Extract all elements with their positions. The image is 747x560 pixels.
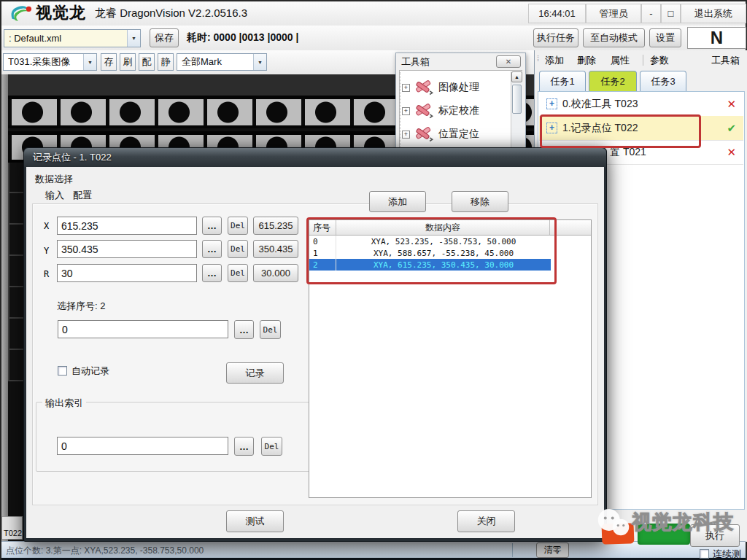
r-result-box: 30.000 — [253, 264, 298, 282]
maximize-button[interactable]: □ — [661, 4, 681, 23]
output-index-input[interactable] — [57, 437, 228, 455]
scroll-up-icon[interactable]: ▲ — [511, 71, 522, 82]
browse-x-button[interactable]: … — [202, 217, 222, 235]
tab-input[interactable]: 输入 — [45, 189, 64, 202]
menu-properties[interactable]: 属性 — [611, 50, 630, 70]
drag-handle-icon: ⁞ — [537, 54, 538, 63]
tab-task3[interactable]: 任务3 — [640, 71, 686, 91]
add-point-button[interactable]: 添加 — [369, 191, 426, 212]
record-button[interactable]: 记录 — [226, 362, 284, 384]
mark-filter-dropdown[interactable]: 全部Mark ▼ — [177, 53, 267, 71]
menu-parameters[interactable]: 参数 — [650, 50, 669, 70]
continuous-measure-checkbox[interactable] — [700, 549, 709, 559]
expander-plus-icon[interactable]: + — [402, 131, 410, 139]
task-row[interactable]: + 0.校准工具 T023 ✕ — [539, 92, 743, 117]
auto-record-checkbox[interactable] — [58, 366, 67, 376]
x-result-box: 615.235 — [253, 217, 298, 235]
delete-select-button[interactable]: Del — [260, 320, 281, 339]
auto-mode-button[interactable]: 至自动模式 — [583, 28, 645, 47]
delete-x-button[interactable]: Del — [228, 217, 248, 235]
clear-button[interactable]: 清零 — [536, 542, 569, 558]
field-label-x: X — [44, 221, 49, 231]
chevron-down-icon[interactable]: ▼ — [127, 30, 140, 47]
elapsed-time-label: 耗时: 0000 |0013 |0000 | — [187, 26, 298, 50]
save-button[interactable]: 保存 — [150, 28, 179, 47]
config-file-value: : Default.xml — [4, 33, 127, 44]
cell-content: XYA, 588.657, -55.238, 45.000 — [336, 247, 551, 259]
expander-plus-icon[interactable]: + — [402, 107, 410, 115]
static-image-button[interactable]: 静 — [158, 53, 174, 71]
delete-output-button[interactable]: Del — [261, 437, 282, 456]
cell-content: XYA, 523.235, -358.753, 50.000 — [336, 236, 551, 247]
main-toolbar: : Default.xml ▼ 保存 耗时: 0000 |0013 |0000 … — [1, 26, 746, 51]
test-button[interactable]: 测试 — [226, 510, 284, 532]
select-index-input[interactable] — [58, 320, 228, 338]
image-source-value: T031.采集图像 — [4, 55, 83, 69]
remove-point-button[interactable]: 移除 — [452, 191, 508, 212]
chevron-down-icon[interactable]: ▼ — [253, 54, 266, 70]
run-task-button[interactable]: 执行任务 — [533, 28, 578, 47]
user-role-button[interactable]: 管理员 — [586, 4, 641, 23]
logo-text: 视觉龙 — [36, 2, 86, 24]
header-content: 数据内容 — [336, 220, 550, 235]
toolbox-item-positioning[interactable]: 位置定位 — [438, 128, 479, 141]
task-label: 1.记录点位 T022 — [562, 122, 638, 135]
y-value-input[interactable] — [57, 240, 197, 258]
r-value-input[interactable] — [57, 264, 197, 282]
field-label-y: Y — [44, 246, 49, 256]
task-label: 置 T021 — [610, 146, 646, 159]
scrollbar-thumb[interactable] — [512, 85, 522, 114]
cell-content: XYA, 615.235, 350.435, 30.000 — [336, 259, 551, 271]
browse-y-button[interactable]: … — [202, 240, 222, 258]
task-label: 0.校准工具 T023 — [562, 98, 638, 111]
tab-config[interactable]: 配置 — [73, 189, 92, 202]
toolbox-item-image-processing[interactable]: 图像处理 — [438, 81, 479, 94]
image-source-dropdown[interactable]: T031.采集图像 ▼ — [3, 53, 97, 71]
status-separator — [512, 543, 513, 557]
crosshair-icon: + — [546, 122, 557, 133]
x-value-input[interactable] — [57, 217, 197, 235]
table-row[interactable]: 1 XYA, 588.657, -55.238, 45.000 — [309, 247, 551, 259]
execute-button[interactable]: 执行 — [690, 524, 740, 547]
expander-plus-icon[interactable]: + — [402, 84, 410, 92]
close-button[interactable]: 关闭 — [457, 510, 515, 532]
table-header-row: 序号 数据内容 — [309, 220, 591, 236]
close-icon[interactable]: ✕ — [496, 55, 521, 68]
toolbox-window: 工具箱 ✕ + 图像处理 + 标定校准 + 位置定位 ▲ — [395, 52, 526, 159]
config-file-dropdown[interactable]: : Default.xml ▼ — [4, 29, 141, 47]
tool-category-icon — [414, 101, 434, 119]
dialog-title: 记录点位 - 1. T022 — [33, 151, 112, 164]
browse-output-button[interactable]: … — [234, 437, 254, 456]
fail-icon: ✕ — [727, 146, 736, 159]
tool-tag-fragment: T022 — [1, 516, 23, 540]
delete-y-button[interactable]: Del — [228, 240, 248, 258]
browse-select-button[interactable]: … — [234, 320, 254, 339]
browse-r-button[interactable]: … — [202, 264, 222, 282]
tab-task1[interactable]: 任务1 — [539, 71, 586, 91]
table-row[interactable]: 0 XYA, 523.235, -358.753, 50.000 — [309, 236, 551, 247]
app-title: 龙睿 DragonVision V2.2.0516.3 — [95, 1, 247, 25]
cell-index: 1 — [309, 247, 336, 259]
store-image-button[interactable]: 存 — [101, 53, 117, 71]
settings-button[interactable]: 设置 — [649, 28, 681, 47]
minimize-button[interactable]: - — [641, 4, 661, 23]
delete-r-button[interactable]: Del — [228, 264, 248, 282]
refresh-image-button[interactable]: 刷 — [120, 53, 136, 71]
clock: 16:44:01 — [528, 4, 586, 23]
toolbox-scrollbar[interactable]: ▲ — [511, 71, 522, 156]
toolbox-item-calibration[interactable]: 标定校准 — [438, 104, 479, 117]
chevron-down-icon[interactable]: ▼ — [83, 54, 96, 70]
menu-delete[interactable]: 删除 — [577, 50, 596, 70]
menu-add[interactable]: 添加 — [545, 50, 564, 70]
config-image-button[interactable]: 配 — [139, 53, 155, 71]
task-row-selected[interactable]: + 1.记录点位 T022 ✔ — [539, 116, 743, 141]
point-data-table[interactable]: 序号 数据内容 0 XYA, 523.235, -358.753, 50.000… — [309, 219, 592, 498]
menu-toolbox[interactable]: 工具箱 — [711, 50, 740, 70]
exit-system-button[interactable]: 退出系统 — [681, 4, 746, 23]
image-left-edge — [1, 74, 8, 542]
select-index-label: 选择序号: 2 — [57, 300, 105, 313]
table-row-selected[interactable]: 2 XYA, 615.235, 350.435, 30.000 — [309, 259, 551, 271]
dialog-title-bar[interactable]: 记录点位 - 1. T022 — [24, 148, 606, 167]
field-label-r: R — [44, 269, 49, 279]
tab-task2[interactable]: 任务2 — [589, 71, 637, 91]
